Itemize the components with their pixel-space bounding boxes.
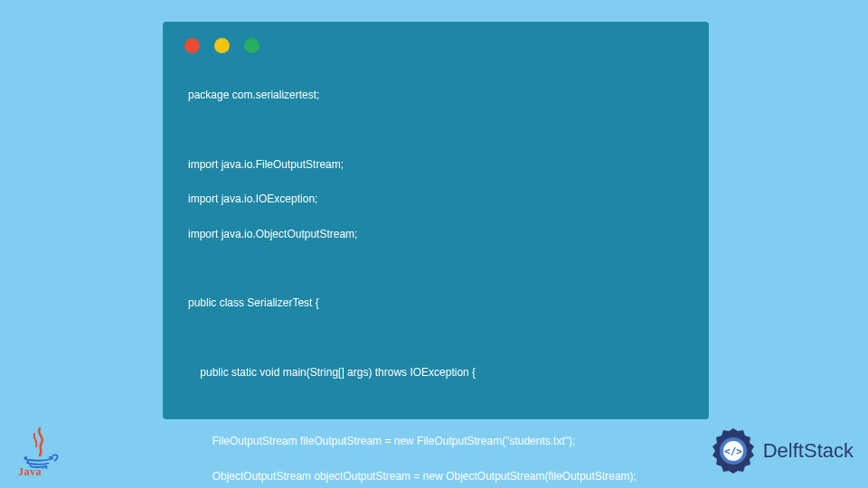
java-label: Java™ bbox=[18, 465, 49, 479]
java-logo: Java™ bbox=[18, 425, 61, 479]
code-window: package com.serializertest; import java.… bbox=[163, 22, 709, 419]
delftstack-label: DelftStack bbox=[763, 439, 854, 463]
code-block: package com.serializertest; import java.… bbox=[184, 70, 687, 488]
gear-badge-icon: </> bbox=[709, 427, 758, 475]
window-controls bbox=[184, 38, 687, 53]
code-line: import java.io.ObjectOutputStream; bbox=[188, 226, 687, 243]
code-line: ObjectOutputStream objectOutputStream = … bbox=[188, 468, 687, 485]
code-line: public static void main(String[] args) t… bbox=[188, 364, 687, 381]
code-line: package com.serializertest; bbox=[188, 87, 687, 104]
delftstack-logo: </> DelftStack bbox=[709, 427, 854, 475]
code-line: FileOutputStream fileOutputStream = new … bbox=[188, 433, 687, 450]
code-line: public class SerializerTest { bbox=[188, 295, 687, 312]
svg-text:</>: </> bbox=[724, 446, 742, 457]
code-line: import java.io.IOException; bbox=[188, 191, 687, 208]
minimize-icon[interactable] bbox=[214, 38, 230, 53]
maximize-icon[interactable] bbox=[244, 38, 259, 53]
code-line: import java.io.FileOutputStream; bbox=[188, 156, 687, 174]
close-icon[interactable] bbox=[184, 38, 200, 53]
